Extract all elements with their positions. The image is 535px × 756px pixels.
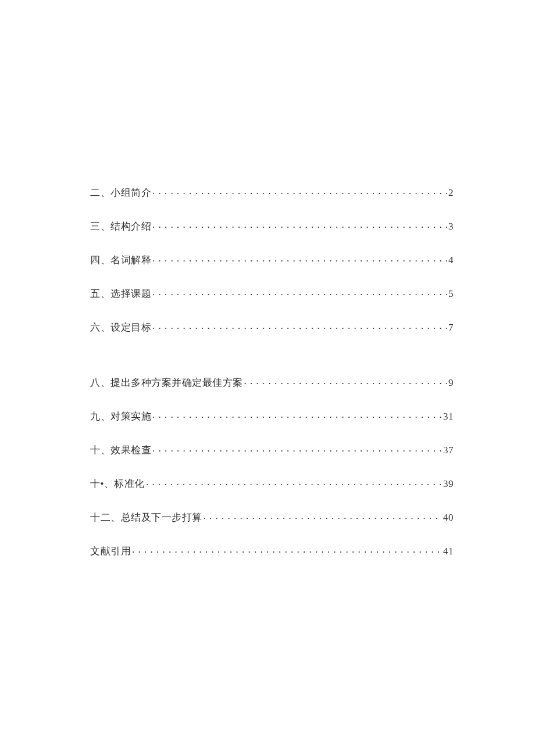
toc-page-number: 9: [448, 378, 454, 388]
toc-entry: 四、名词解释 4: [90, 253, 454, 265]
toc-page-number: 37: [443, 445, 454, 455]
toc-title: 十、效果检查: [90, 445, 151, 455]
toc-leader-dots: [152, 287, 447, 297]
toc-entry: 九、对策实施 31: [90, 410, 454, 421]
toc-leader-dots: [152, 253, 447, 263]
toc-group-2: 八、提出多种方案并确定最佳方案 9 九、对策实施 31 十、效果检查 37 十•…: [90, 376, 454, 556]
toc-leader-dots: [152, 186, 447, 196]
toc-page-number: 5: [448, 289, 454, 299]
toc-title: 五、选择课题: [90, 289, 151, 299]
toc-title: 八、提出多种方案并确定最佳方案: [90, 378, 243, 388]
toc-leader-dots: [152, 410, 442, 420]
toc-page-number: 7: [448, 323, 454, 332]
toc-leader-dots: [152, 220, 447, 230]
toc-entry: 十二、总结及下一步打算 40: [90, 511, 454, 522]
toc-page-number: 2: [448, 188, 454, 198]
toc-page-number: 4: [448, 255, 454, 265]
toc-entry: 二、小组简介 2: [90, 186, 454, 198]
toc-entry: 八、提出多种方案并确定最佳方案 9: [90, 376, 454, 388]
toc-entry: 十•、标准化 39: [90, 477, 454, 489]
toc-title: 十二、总结及下一步打算: [90, 513, 202, 522]
toc-title: 二、小组简介: [90, 188, 151, 198]
toc-title: 九、对策实施: [90, 411, 151, 421]
toc-leader-dots: [146, 477, 442, 487]
toc-page-number: 40: [443, 513, 454, 522]
toc-page-number: 31: [443, 411, 454, 421]
toc-title: 十•、标准化: [90, 479, 145, 489]
toc-entry: 五、选择课题 5: [90, 287, 454, 299]
toc-leader-dots: [152, 321, 447, 331]
toc-entry: 十、效果检查 37: [90, 443, 454, 455]
toc-leader-dots: [132, 544, 442, 554]
toc-group-1: 二、小组简介 2 三、结构介绍 3 四、名词解释 4 五、选择课题 5 六、设定…: [90, 186, 454, 332]
toc-entry: 三、结构介绍 3: [90, 220, 454, 231]
toc-title: 六、设定目标: [90, 323, 151, 332]
toc-title: 四、名词解释: [90, 255, 151, 265]
toc-page-number: 3: [448, 221, 454, 231]
toc-title: 三、结构介绍: [90, 221, 151, 231]
toc-leader-dots: [152, 443, 442, 453]
toc-entry: 六、设定目标 7: [90, 321, 454, 332]
toc-page-number: 41: [443, 546, 454, 556]
toc-leader-dots: [244, 376, 448, 386]
toc-leader-dots: [204, 511, 443, 521]
toc-entry: 文献引用 41: [90, 544, 454, 556]
toc-page-number: 39: [443, 479, 454, 489]
toc-title: 文献引用: [90, 546, 131, 556]
toc-page: 二、小组简介 2 三、结构介绍 3 四、名词解释 4 五、选择课题 5 六、设定…: [90, 186, 454, 556]
